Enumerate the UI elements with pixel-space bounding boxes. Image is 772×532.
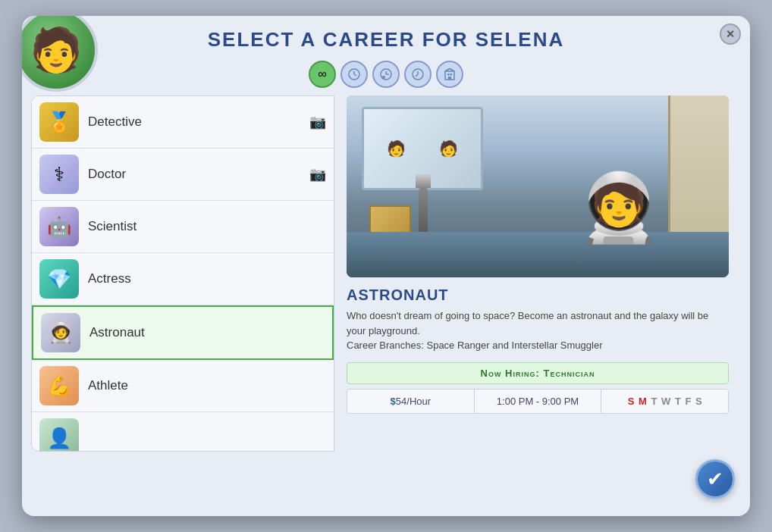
- filter-4-button[interactable]: [436, 61, 463, 88]
- career-name-doctor: Doctor: [88, 167, 309, 182]
- career-detail: 🧑 🧑 🧑‍🚀 Astronaut Who doesn't dream of g: [334, 95, 741, 452]
- career-item-detective[interactable]: 🏅 Detective 📷: [32, 96, 334, 149]
- selected-career-title: Astronaut: [347, 286, 729, 304]
- dialog-title: Select a Career for Selena: [22, 28, 750, 52]
- clock-icon: [347, 67, 361, 81]
- job-details: $54/Hour 1:00 PM - 9:00 PM S M T W T F S: [347, 389, 729, 414]
- hiring-bar: Now Hiring: Technician: [347, 362, 729, 384]
- scene-floor: [347, 232, 729, 277]
- camera-icon-doctor: 📷: [309, 166, 326, 183]
- career-image: 🧑 🧑 🧑‍🚀: [347, 95, 729, 277]
- close-button[interactable]: ✕: [720, 23, 741, 45]
- svg-rect-12: [450, 74, 453, 76]
- filter-all-button[interactable]: ∞: [309, 61, 336, 88]
- unknown-career-icon: 👤: [39, 418, 79, 452]
- career-item-athlete[interactable]: 💪 Athlete: [32, 360, 334, 412]
- job-days: S M T W T F S: [601, 390, 728, 413]
- detective-icon: 🏅: [39, 102, 79, 142]
- filter-bar: ∞: [22, 58, 750, 95]
- svg-rect-11: [447, 74, 450, 76]
- career-item-astronaut[interactable]: 🧑‍🚀 Astronaut: [32, 305, 334, 360]
- career-item-unknown[interactable]: 👤: [32, 412, 334, 452]
- dialog-header: Select a Career for Selena: [22, 16, 750, 58]
- career-name-actress: Actress: [88, 271, 326, 286]
- scene-astronaut-figure: 🧑‍🚀: [577, 168, 661, 247]
- scene-light: [416, 174, 431, 188]
- job-hours: 1:00 PM - 9:00 PM: [475, 390, 602, 413]
- career-item-actress[interactable]: 💎 Actress: [32, 253, 334, 305]
- astronaut-icon: 🧑‍🚀: [41, 313, 80, 352]
- career-name-astronaut: Astronaut: [89, 325, 325, 340]
- dialog-footer: ✔: [22, 452, 750, 506]
- career-select-dialog: 🧑 ✕ Select a Career for Selena ∞: [22, 16, 750, 516]
- doctor-icon: ⚕: [39, 155, 79, 194]
- svg-rect-13: [448, 77, 451, 80]
- job-pay: $54/Hour: [347, 390, 475, 413]
- clock3-icon: [411, 67, 425, 81]
- confirm-button[interactable]: ✔: [695, 459, 735, 499]
- building-icon: [443, 67, 457, 81]
- career-name-athlete: Athlete: [88, 378, 326, 393]
- career-list: 🏅 Detective 📷 ⚕ Doctor 📷 🤖 Scientist 💎 A…: [31, 95, 334, 452]
- athlete-icon: 💪: [39, 366, 79, 405]
- career-item-doctor[interactable]: ⚕ Doctor 📷: [32, 149, 334, 201]
- camera-icon-detective: 📷: [309, 114, 326, 130]
- actress-icon: 💎: [39, 259, 79, 299]
- career-name-scientist: Scientist: [88, 219, 326, 234]
- svg-point-6: [382, 76, 385, 79]
- svg-line-2: [354, 74, 356, 76]
- filter-1-button[interactable]: [340, 61, 368, 88]
- career-name-detective: Detective: [88, 114, 309, 130]
- scientist-icon: 🤖: [39, 207, 79, 246]
- filter-2-button[interactable]: [372, 61, 400, 88]
- career-item-scientist[interactable]: 🤖 Scientist: [32, 201, 334, 253]
- clock2-icon: [379, 67, 393, 81]
- filter-3-button[interactable]: [404, 61, 432, 88]
- selected-career-description: Who doesn't dream of going to space? Bec…: [347, 308, 729, 353]
- content-area: 🏅 Detective 📷 ⚕ Doctor 📷 🤖 Scientist 💎 A…: [31, 95, 741, 452]
- svg-line-9: [416, 74, 418, 77]
